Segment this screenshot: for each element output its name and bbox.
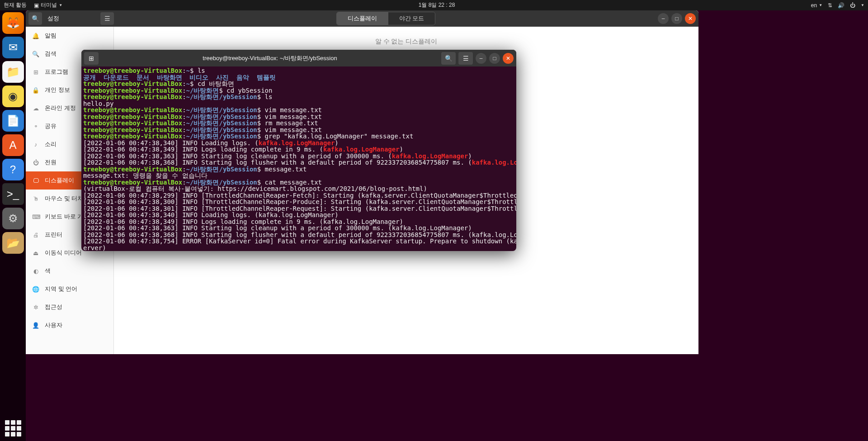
sidebar-label: 접근성 bbox=[45, 303, 62, 311]
sidebar-label: 검색 bbox=[45, 50, 57, 58]
sidebar-icon: 🌐 bbox=[32, 286, 39, 293]
terminal-icon: ▣ bbox=[34, 2, 39, 9]
settings-titlebar: 🔍 설정 ☰ 디스플레이 야간 모드 – □ ✕ bbox=[26, 10, 698, 27]
terminal-search-button[interactable]: 🔍 bbox=[441, 52, 456, 65]
new-tab-icon: ⊞ bbox=[89, 55, 94, 62]
power-icon[interactable]: ⏻ bbox=[850, 2, 855, 9]
dock-files[interactable]: 📁 bbox=[2, 61, 24, 83]
sidebar-icon: ⊞ bbox=[32, 69, 39, 76]
chevron-down-icon: ▼ bbox=[861, 3, 864, 7]
sidebar-icon: ◐ bbox=[32, 268, 39, 275]
sidebar-icon: 👤 bbox=[32, 322, 39, 329]
sidebar-icon: ⚬ bbox=[32, 123, 39, 130]
dock-rhythmbox[interactable]: ◉ bbox=[2, 85, 24, 107]
dock: 🦊 ✉ 📁 ◉ 📄 A ? >_ ⚙ 📂 bbox=[0, 10, 26, 441]
sidebar-icon: ⌨ bbox=[32, 213, 39, 220]
sidebar-item-13[interactable]: ◐색 bbox=[26, 262, 113, 280]
sidebar-label: 색 bbox=[45, 267, 51, 275]
sidebar-icon: ☁ bbox=[32, 105, 39, 112]
sidebar-item-14[interactable]: 🌐지역 및 언어 bbox=[26, 280, 113, 298]
terminal-titlebar: ⊞ treeboy@treeboy-VirtualBox: ~/바탕화면/ybS… bbox=[81, 50, 516, 66]
dock-settings[interactable]: ⚙ bbox=[2, 208, 24, 229]
terminal-minimize-button[interactable]: – bbox=[476, 53, 486, 64]
sidebar-label: 이동식 미디어 bbox=[45, 249, 82, 257]
terminal-title: treeboy@treeboy-VirtualBox: ~/바탕화면/ybSes… bbox=[99, 54, 441, 62]
search-icon: 🔍 bbox=[445, 55, 453, 62]
sidebar-icon: 🔔 bbox=[32, 33, 39, 39]
app-menu[interactable]: ▣ 터미널 ▼ bbox=[34, 1, 62, 9]
sidebar-icon: 🔒 bbox=[32, 87, 39, 94]
sidebar-icon: 🖱 bbox=[32, 195, 39, 202]
search-button[interactable]: 🔍 bbox=[28, 12, 42, 25]
sidebar-icon: ✲ bbox=[32, 304, 39, 311]
close-button[interactable]: ✕ bbox=[685, 13, 696, 24]
gnome-topbar: 현재 활동 ▣ 터미널 ▼ 1월 8일 22 : 28 en ▼ ⇅ 🔊 ⏻ ▼ bbox=[0, 0, 868, 10]
sidebar-icon: 🖨 bbox=[32, 232, 39, 238]
dock-help[interactable]: ? bbox=[2, 159, 24, 180]
activities-button[interactable]: 현재 활동 bbox=[4, 1, 27, 9]
segment-nightlight[interactable]: 야간 모드 bbox=[388, 12, 435, 25]
segment-display[interactable]: 디스플레이 bbox=[337, 12, 388, 25]
dock-libreoffice-writer[interactable]: 📄 bbox=[2, 110, 24, 132]
minimize-button[interactable]: – bbox=[658, 13, 669, 24]
sidebar-item-15[interactable]: ✲접근성 bbox=[26, 298, 113, 316]
sidebar-icon: 🖵 bbox=[32, 177, 39, 184]
sidebar-label: 온라인 계정 bbox=[45, 104, 76, 112]
network-icon[interactable]: ⇅ bbox=[828, 2, 832, 9]
sidebar-icon: ⏻ bbox=[32, 159, 39, 166]
search-icon: 🔍 bbox=[32, 15, 39, 22]
dock-firefox[interactable]: 🦊 bbox=[2, 12, 24, 34]
unknown-display-label: 알 수 없는 디스플레이 bbox=[114, 38, 698, 46]
sidebar-label: 프로그램 bbox=[45, 68, 68, 76]
sidebar-label: 소리 bbox=[45, 140, 57, 148]
hamburger-button[interactable]: ☰ bbox=[100, 12, 114, 25]
sidebar-icon: 🔍 bbox=[32, 51, 39, 57]
sidebar-label: 개인 정보 bbox=[45, 86, 70, 94]
chevron-down-icon: ▼ bbox=[59, 3, 62, 7]
show-applications[interactable] bbox=[5, 420, 21, 436]
display-mode-segment: 디스플레이 야간 모드 bbox=[336, 12, 436, 25]
sidebar-label: 지역 및 언어 bbox=[45, 285, 77, 293]
menu-icon: ☰ bbox=[104, 15, 110, 22]
terminal-menu-button[interactable]: ☰ bbox=[458, 52, 473, 65]
settings-title: 설정 bbox=[45, 14, 98, 23]
lang-label: en bbox=[811, 2, 817, 9]
sidebar-label: 알림 bbox=[45, 32, 57, 40]
sidebar-label: 공유 bbox=[45, 122, 57, 130]
new-tab-button[interactable]: ⊞ bbox=[84, 52, 99, 65]
app-menu-label: 터미널 bbox=[41, 1, 57, 9]
dock-folder[interactable]: 📂 bbox=[2, 232, 24, 254]
sidebar-icon: ⏏ bbox=[32, 250, 39, 256]
sidebar-item-16[interactable]: 👤사용자 bbox=[26, 316, 113, 334]
sidebar-item-0[interactable]: 🔔알림 bbox=[26, 27, 113, 45]
sidebar-label: 디스플레이 bbox=[45, 176, 74, 185]
chevron-down-icon: ▼ bbox=[819, 3, 822, 7]
dock-thunderbird[interactable]: ✉ bbox=[2, 37, 24, 58]
dock-terminal[interactable]: >_ bbox=[2, 183, 24, 205]
sidebar-label: 프린터 bbox=[45, 231, 62, 239]
dock-software[interactable]: A bbox=[2, 134, 24, 156]
sidebar-label: 전원 bbox=[45, 158, 57, 166]
menu-icon: ☰ bbox=[463, 55, 469, 62]
clock[interactable]: 1월 8일 22 : 28 bbox=[62, 1, 811, 9]
terminal-output[interactable]: treeboy@treeboy-VirtualBox:~$ ls 공개 다운로드… bbox=[81, 66, 516, 251]
terminal-maximize-button[interactable]: □ bbox=[489, 53, 500, 64]
maximize-button[interactable]: □ bbox=[671, 13, 682, 24]
terminal-close-button[interactable]: ✕ bbox=[503, 53, 514, 64]
volume-icon[interactable]: 🔊 bbox=[838, 2, 844, 9]
sidebar-icon: ♪ bbox=[32, 141, 39, 148]
language-indicator[interactable]: en ▼ bbox=[811, 2, 822, 9]
terminal-window: ⊞ treeboy@treeboy-VirtualBox: ~/바탕화면/ybS… bbox=[81, 50, 516, 251]
sidebar-label: 사용자 bbox=[45, 321, 62, 329]
